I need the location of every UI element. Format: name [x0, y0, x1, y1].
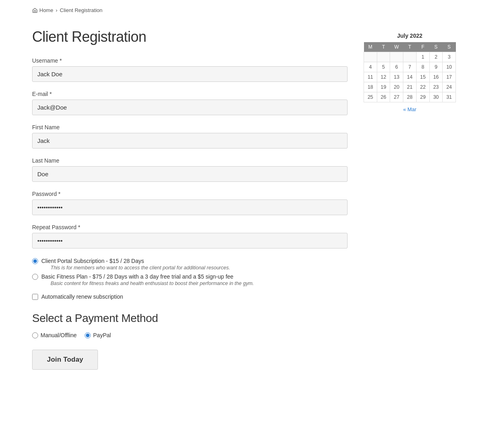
payment-option-manual: Manual/Offline	[32, 332, 77, 338]
breadcrumb-home-link[interactable]: Home	[39, 7, 53, 13]
calendar-day: 7	[403, 62, 417, 72]
calendar-day: 2	[429, 52, 443, 62]
calendar-day: 12	[377, 72, 390, 82]
calendar-day: 26	[377, 92, 390, 102]
calendar-day: 5	[377, 62, 390, 72]
calendar-prev-link[interactable]: « Mar	[403, 106, 416, 112]
username-group: Username *	[32, 57, 348, 82]
calendar-day: 9	[429, 62, 443, 72]
calendar-day: 29	[416, 92, 429, 102]
cal-header-s1: S	[429, 42, 443, 52]
payment-section-title: Select a Payment Method	[32, 312, 348, 325]
home-icon	[32, 8, 38, 13]
calendar-day	[377, 52, 390, 62]
calendar-day: 15	[416, 72, 429, 82]
email-group: E-mail *	[32, 91, 348, 115]
calendar-day: 3	[443, 52, 456, 62]
auto-renew-label[interactable]: Automatically renew subscription	[41, 293, 123, 300]
calendar-day: 25	[364, 92, 377, 102]
auto-renew-group: Automatically renew subscription	[32, 293, 348, 300]
subscription-option-basic-fitness: Basic Fitness Plan - $75 / 28 Days with …	[32, 273, 348, 286]
subscription-radio-basic-fitness[interactable]	[32, 274, 38, 280]
payment-methods-group: Manual/Offline PayPal	[32, 332, 348, 338]
calendar-day: 19	[377, 82, 390, 92]
payment-radio-paypal[interactable]	[85, 332, 91, 338]
subscription-radio-client-portal[interactable]	[32, 258, 38, 264]
main-content: Client Registration Username * E-mail * …	[32, 29, 348, 370]
join-today-button[interactable]: Join Today	[32, 350, 98, 370]
repeat-password-input[interactable]	[32, 233, 348, 248]
firstname-input[interactable]	[32, 133, 348, 149]
subscription-group: Client Portal Subscription - $15 / 28 Da…	[32, 257, 348, 286]
calendar-day: 22	[416, 82, 429, 92]
calendar-day: 17	[443, 72, 456, 82]
breadcrumb-separator: ›	[56, 7, 57, 13]
calendar-day: 16	[429, 72, 443, 82]
email-label: E-mail *	[32, 91, 348, 97]
subscription-option-client-portal: Client Portal Subscription - $15 / 28 Da…	[32, 257, 348, 271]
calendar-title: July 2022	[364, 33, 456, 39]
calendar-widget: July 2022 M T W T F S S 1234567891011121…	[364, 33, 456, 112]
payment-radio-manual[interactable]	[32, 332, 38, 338]
calendar-table: M T W T F S S 12345678910111213141516171…	[364, 42, 456, 102]
calendar-day: 6	[390, 62, 403, 72]
firstname-label: First Name	[32, 124, 348, 130]
calendar-day: 8	[416, 62, 429, 72]
calendar-day: 14	[403, 72, 417, 82]
calendar-day	[364, 52, 377, 62]
repeat-password-label: Repeat Password *	[32, 224, 348, 230]
subscription-label-basic-fitness[interactable]: Basic Fitness Plan - $75 / 28 Days with …	[41, 273, 234, 280]
cal-header-m: M	[364, 42, 377, 52]
cal-header-t1: T	[377, 42, 390, 52]
username-input[interactable]	[32, 66, 348, 82]
calendar-day: 24	[443, 82, 456, 92]
calendar-nav: « Mar	[364, 106, 456, 112]
calendar-day: 30	[429, 92, 443, 102]
calendar-day	[390, 52, 403, 62]
lastname-group: Last Name	[32, 157, 348, 182]
calendar-day: 13	[390, 72, 403, 82]
calendar-day: 4	[364, 62, 377, 72]
cal-header-t2: T	[403, 42, 417, 52]
calendar-day: 31	[443, 92, 456, 102]
calendar-day: 11	[364, 72, 377, 82]
password-input[interactable]	[32, 200, 348, 215]
calendar-day: 23	[429, 82, 443, 92]
password-label: Password *	[32, 191, 348, 197]
lastname-label: Last Name	[32, 157, 348, 164]
firstname-group: First Name	[32, 124, 348, 149]
calendar-day: 10	[443, 62, 456, 72]
breadcrumb: Home › Client Registration	[0, 0, 488, 20]
payment-label-manual[interactable]: Manual/Offline	[41, 332, 77, 338]
subscription-desc-client-portal: This is for members who want to access t…	[51, 265, 230, 271]
calendar-day: 20	[390, 82, 403, 92]
email-input[interactable]	[32, 100, 348, 115]
repeat-password-group: Repeat Password *	[32, 224, 348, 248]
calendar-day: 27	[390, 92, 403, 102]
cal-header-w: W	[390, 42, 403, 52]
lastname-input[interactable]	[32, 166, 348, 182]
calendar-day: 1	[416, 52, 429, 62]
payment-option-paypal: PayPal	[85, 332, 111, 338]
subscription-desc-basic-fitness: Basic content for fitness freaks and hea…	[51, 281, 254, 286]
calendar-day: 18	[364, 82, 377, 92]
password-group: Password *	[32, 191, 348, 215]
username-label: Username *	[32, 57, 348, 64]
sidebar: July 2022 M T W T F S S 1234567891011121…	[364, 29, 456, 370]
subscription-label-client-portal[interactable]: Client Portal Subscription - $15 / 28 Da…	[41, 258, 144, 264]
page-title: Client Registration	[32, 29, 348, 45]
breadcrumb-current: Client Registration	[60, 7, 102, 13]
calendar-day: 28	[403, 92, 417, 102]
payment-label-paypal[interactable]: PayPal	[93, 332, 111, 338]
auto-renew-checkbox[interactable]	[32, 294, 38, 300]
calendar-day: 21	[403, 82, 417, 92]
cal-header-s2: S	[443, 42, 456, 52]
cal-header-f: F	[416, 42, 429, 52]
calendar-day	[403, 52, 417, 62]
